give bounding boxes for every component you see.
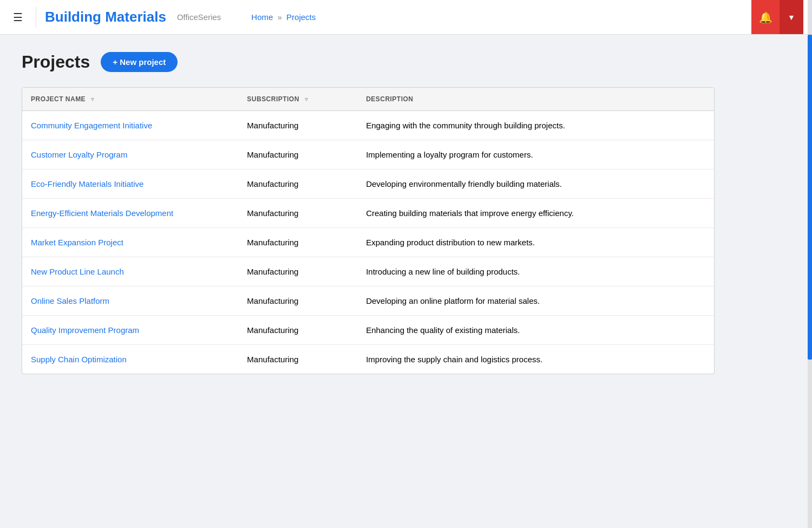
project-link[interactable]: New Product Line Launch: [31, 267, 124, 276]
col-header-project-name: PROJECT NAME ▿: [22, 88, 238, 111]
table-cell-project-name: Community Engagement Initiative: [22, 111, 238, 140]
scrollbar[interactable]: [808, 0, 812, 528]
breadcrumb-home[interactable]: Home: [251, 12, 273, 22]
table-cell-subscription: Manufacturing: [238, 286, 357, 316]
table-row: Community Engagement InitiativeManufactu…: [22, 111, 714, 140]
table-cell-subscription: Manufacturing: [238, 170, 357, 199]
header-divider: [36, 6, 36, 28]
table-cell-description: Enhancing the quality of existing materi…: [357, 316, 714, 345]
table-row: Online Sales PlatformManufacturingDevelo…: [22, 286, 714, 316]
table-cell-description: Developing an online platform for materi…: [357, 286, 714, 316]
project-link[interactable]: Online Sales Platform: [31, 296, 109, 305]
main-content: Projects + New project PROJECT NAME ▿ SU…: [0, 35, 736, 392]
projects-table-container: PROJECT NAME ▿ SUBSCRIPTION ▿ DESCRIPTIO…: [22, 87, 715, 374]
table-cell-subscription: Manufacturing: [238, 257, 357, 286]
table-cell-project-name: Quality Improvement Program: [22, 316, 238, 345]
table-cell-description: Creating building materials that improve…: [357, 199, 714, 228]
table-cell-description: Expanding product distribution to new ma…: [357, 228, 714, 257]
breadcrumb-current: Projects: [286, 12, 316, 22]
filter-subscription-icon[interactable]: ▿: [305, 96, 308, 103]
notification-button[interactable]: 🔔: [751, 0, 780, 34]
table-cell-subscription: Manufacturing: [238, 345, 357, 374]
project-link[interactable]: Supply Chain Optimization: [31, 355, 127, 364]
project-link[interactable]: Quality Improvement Program: [31, 325, 139, 335]
table-cell-description: Implementing a loyalty program for custo…: [357, 140, 714, 170]
table-cell-project-name: Market Expansion Project: [22, 228, 238, 257]
user-dropdown-button[interactable]: ▼: [780, 0, 803, 34]
table-header: PROJECT NAME ▿ SUBSCRIPTION ▿ DESCRIPTIO…: [22, 88, 714, 111]
table-cell-project-name: Customer Loyalty Program: [22, 140, 238, 170]
header: ☰ Building Materials OfficeSeries Home »…: [0, 0, 812, 35]
project-link[interactable]: Energy-Efficient Materials Development: [31, 208, 173, 218]
page-title: Projects: [22, 52, 90, 72]
table-cell-description: Developing environmentally friendly buil…: [357, 170, 714, 199]
table-cell-description: Engaging with the community through buil…: [357, 111, 714, 140]
brand-subtitle: OfficeSeries: [177, 12, 221, 22]
table-cell-description: Improving the supply chain and logistics…: [357, 345, 714, 374]
table-row: Eco-Friendly Materials InitiativeManufac…: [22, 170, 714, 199]
breadcrumb-separator: »: [278, 12, 282, 22]
table-cell-project-name: Eco-Friendly Materials Initiative: [22, 170, 238, 199]
col-header-description: DESCRIPTION: [357, 88, 714, 111]
table-body: Community Engagement InitiativeManufactu…: [22, 111, 714, 374]
table-row: Quality Improvement ProgramManufacturing…: [22, 316, 714, 345]
scrollbar-thumb[interactable]: [808, 35, 812, 360]
table-cell-subscription: Manufacturing: [238, 316, 357, 345]
table-row: Customer Loyalty ProgramManufacturingImp…: [22, 140, 714, 170]
header-actions: 🔔 ▼: [751, 0, 803, 34]
table-cell-subscription: Manufacturing: [238, 140, 357, 170]
table-cell-subscription: Manufacturing: [238, 111, 357, 140]
hamburger-icon[interactable]: ☰: [9, 9, 27, 26]
table-cell-subscription: Manufacturing: [238, 228, 357, 257]
table-cell-project-name: Supply Chain Optimization: [22, 345, 238, 374]
projects-table: PROJECT NAME ▿ SUBSCRIPTION ▿ DESCRIPTIO…: [22, 88, 714, 374]
table-row: New Product Line LaunchManufacturingIntr…: [22, 257, 714, 286]
new-project-button[interactable]: + New project: [101, 52, 178, 72]
project-link[interactable]: Market Expansion Project: [31, 238, 123, 247]
table-cell-project-name: Online Sales Platform: [22, 286, 238, 316]
breadcrumb: Home » Projects: [251, 12, 316, 22]
brand-title: Building Materials: [45, 9, 166, 25]
project-link[interactable]: Eco-Friendly Materials Initiative: [31, 179, 143, 188]
table-cell-subscription: Manufacturing: [238, 199, 357, 228]
col-header-subscription: SUBSCRIPTION ▿: [238, 88, 357, 111]
table-cell-project-name: Energy-Efficient Materials Development: [22, 199, 238, 228]
project-link[interactable]: Community Engagement Initiative: [31, 121, 152, 130]
table-row: Energy-Efficient Materials DevelopmentMa…: [22, 199, 714, 228]
filter-project-icon[interactable]: ▿: [91, 96, 94, 103]
project-link[interactable]: Customer Loyalty Program: [31, 150, 127, 159]
table-cell-project-name: New Product Line Launch: [22, 257, 238, 286]
table-row: Market Expansion ProjectManufacturingExp…: [22, 228, 714, 257]
table-row: Supply Chain OptimizationManufacturingIm…: [22, 345, 714, 374]
table-cell-description: Introducing a new line of building produ…: [357, 257, 714, 286]
page-header: Projects + New project: [22, 52, 715, 72]
